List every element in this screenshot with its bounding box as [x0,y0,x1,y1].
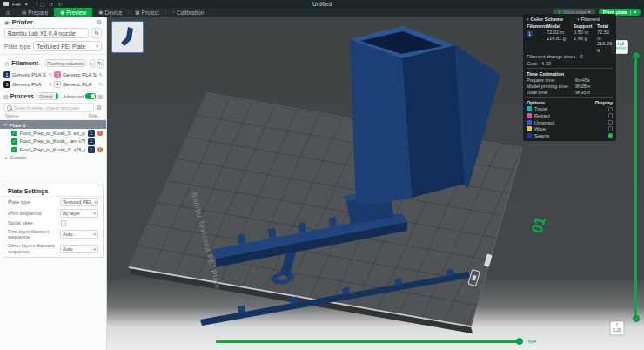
name-column-header: Name [5,113,18,118]
tab-project[interactable]: ▦ Project [129,8,164,17]
connect-icon: ⇆ [94,30,98,37]
model-arm-tab[interactable] [329,217,337,227]
cost-label: Cost: [527,61,538,66]
layer-slider-top-handle[interactable] [633,52,640,59]
model-arm-tab[interactable] [299,222,306,232]
model-tower-right-face[interactable] [402,44,465,198]
filament-slot-4[interactable]: 4 Generic PLA ✎ [54,80,103,89]
expand-panel-icon[interactable]: ▥ [97,93,103,99]
plate-number-label: 01 [529,215,549,235]
filament-slot-3[interactable]: 3 Generic PLA ✎ [3,80,52,89]
retract-display-checkbox[interactable] [608,113,614,118]
ps-print-sequence-select[interactable]: By layer ▾ [60,209,98,218]
home-icon[interactable]: ⌂ [0,8,16,17]
view-mode-dropdown[interactable]: Filament [581,17,600,22]
warning-icon: ! [97,131,104,137]
chevron-down-icon[interactable]: ▾ [527,17,529,22]
edit-filament-icon[interactable]: ✎ [48,72,52,77]
chevron-down-icon: ▾ [93,211,96,216]
ps-plate-type-value: Textured PEI... [63,199,95,205]
filament-slot-2[interactable]: 2 Generic PLA Silk ✎ [54,71,103,79]
object-list-header: Name Fila... [0,112,106,120]
object-search-box[interactable] [4,103,94,112]
plate-type-select[interactable]: Textured PEI Plate ▾ [33,41,102,51]
expand-icon[interactable]: ▸ [5,155,8,160]
tab-label: Project [142,10,159,16]
filament-slot-1[interactable]: 1 Generic PLA Silk ✎ [3,71,52,79]
filament-name: Generic PLA Silk [12,72,46,77]
advanced-toggle[interactable] [85,93,96,99]
tab-prepare[interactable]: ▤ Prepare [16,8,54,17]
move-slider-handle[interactable] [516,338,523,345]
edit-filament-icon[interactable]: ✎ [98,82,103,87]
object-row[interactable]: ✓ Food_Prep_to_Kiosk_S..x76_carrier_arm.… [0,145,106,154]
search-icon [7,105,12,111]
unretract-display-checkbox[interactable] [608,120,614,125]
chevron-down-icon[interactable]: ▾ [577,17,580,22]
plate-thumbnail[interactable] [111,21,144,53]
edit-filament-icon[interactable]: ✎ [48,82,52,87]
edit-filament-icon[interactable]: ✎ [98,72,103,77]
object-name: Food_Prep_to_Kiosk_S..x76_carrier_arm.st… [20,147,86,152]
process-objects-button[interactable]: Objects [56,93,60,99]
search-settings-gear-icon[interactable]: ⚙ [97,104,102,111]
layer-slider-bottom-label: 1 0.20 [610,321,624,335]
move-slider-track[interactable] [216,340,520,343]
model-time-label: Model printing time: [527,84,569,89]
object-filament-chip[interactable]: 1 [88,146,95,153]
ps-spiral-vase-label: Spiral vase [8,220,58,226]
layer-slider-track[interactable] [634,56,637,319]
tab-calibration[interactable]: ◔ Calibration [166,8,210,17]
printer-section-header: ▣ Printer ⚙ [0,17,106,28]
model-rail-tab[interactable] [394,278,402,286]
add-filament-button[interactable]: + [90,59,95,68]
object-filament-chip[interactable]: 1 [88,130,95,137]
printable-check-icon: ✓ [11,147,17,153]
sync-filament-button[interactable]: ↻ [97,59,104,68]
model-rail-tab[interactable] [446,269,454,277]
printable-check-icon: ✓ [11,131,17,137]
spiral-vase-checkbox[interactable] [61,220,67,226]
object-row[interactable]: ✓ Food_Prep_to_Kiosk_S..ett_prep_station… [0,129,106,138]
tab-preview[interactable]: ◉ Preview [54,8,92,17]
prepare-time-row: Prepare time: 6m45s [527,77,613,83]
total-time-row: Total time: 9h35m [527,90,613,95]
ps-first-layer-row: First layer filament sequence Auto ▾ [3,227,103,241]
printer-settings-gear-icon[interactable]: ⚙ [97,19,102,26]
object-row[interactable]: ✓ Food_Prep_to_Kiosk_..am x76 Tag_Arm.st… [0,138,106,146]
color-scheme-dropdown[interactable]: Color Scheme [531,17,564,22]
col-support: Support [574,24,595,29]
layer-slider-bottom-handle[interactable] [633,315,640,322]
ps-plate-type-select[interactable]: Textured PEI... ▾ [60,198,98,206]
model-arm-tab[interactable] [238,234,245,245]
outside-row[interactable]: ▸ Outside [0,154,106,162]
divider [630,10,631,15]
search-input[interactable] [14,105,91,111]
model-rail-tab[interactable] [290,296,298,304]
ps-other-layers-select[interactable]: Auto ▾ [60,245,98,253]
printer-connect-button[interactable]: ⇆ [91,28,102,38]
flushing-volumes-button[interactable]: Flushing volumes [44,59,87,67]
wipe-display-checkbox[interactable] [608,126,614,131]
collapse-icon[interactable]: ▾ [4,122,7,127]
model-rail-tab[interactable] [342,287,350,295]
process-global-button[interactable]: Global [37,93,56,99]
filament-icon: ◎ [4,60,9,66]
process-title: Process [10,93,34,99]
tab-device[interactable]: ▣ Device [92,8,128,17]
filament-name: Generic PLA [63,82,97,87]
tab-label: Preview [66,10,86,16]
ps-first-layer-select[interactable]: Auto ▾ [60,230,98,239]
model-rail-tab[interactable] [238,306,245,313]
plate-1-row[interactable]: ▾ Plate 1 [0,120,106,129]
printer-preset-select[interactable]: Bambu Lab X1 0.4 nozzle [4,28,89,38]
chevron-down-icon: ▾ [93,246,96,252]
seams-display-checkbox[interactable]: ✓ [608,133,614,138]
travel-display-checkbox[interactable] [608,107,614,112]
object-filament-chip[interactable]: 1 [88,138,95,145]
filament-color-chip: 3 [3,81,10,88]
filament-change-row: Filament change times: 0 [527,54,613,59]
model-tower-front-face[interactable] [350,39,412,207]
wipe-color-swatch [527,126,532,131]
model-arm-tab[interactable] [268,228,276,239]
